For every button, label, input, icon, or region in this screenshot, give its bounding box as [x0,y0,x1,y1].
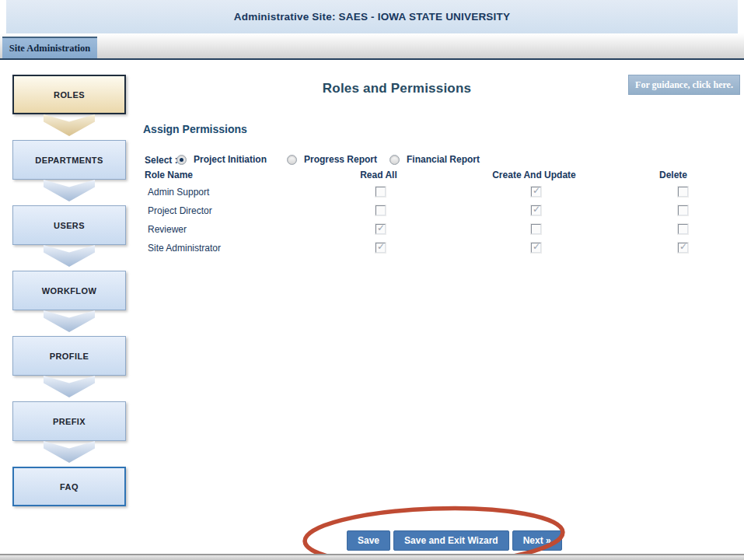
sidebar-step-faq[interactable]: FAQ [12,467,126,506]
page-title: Roles and Permissions [146,81,648,96]
checkbox-read-all[interactable] [375,205,386,216]
step-label: FAQ [60,482,79,492]
sidebar-step-roles[interactable]: ROLES [12,75,126,114]
column-header-delete: Delete [634,170,712,180]
sidebar-step-profile[interactable]: PROFILE [12,336,126,376]
checkbox-create-and-update[interactable] [530,242,542,254]
column-header-create-and-update: Create And Update [476,170,592,180]
role-name: Site Administrator [148,243,221,254]
chevron-down-icon [44,114,95,136]
role-name: Reviewer [148,224,187,235]
radio-label: Financial Report [407,154,480,165]
sidebar-step-prefix[interactable]: PREFIX [12,401,126,441]
checkbox-delete[interactable] [677,223,689,235]
step-label: WORKFLOW [42,286,96,296]
radio-icon[interactable] [389,155,400,165]
checkbox-create-and-update[interactable] [530,205,542,216]
sidebar-step-users[interactable]: USERS [12,205,126,245]
step-label: USERS [54,221,85,230]
chevron-down-icon [44,376,95,397]
radio-icon[interactable] [176,155,187,165]
radio-option-financial-report[interactable]: Financial Report [389,154,480,165]
save-and-exit-wizard-button[interactable]: Save and Exit Wizard [393,530,509,551]
checkbox-delete[interactable] [677,242,689,254]
checkbox-read-all[interactable] [375,242,386,254]
app-title: Administrative Site: SAES - IOWA STATE U… [6,0,738,33]
radio-option-progress-report[interactable]: Progress Report [287,154,377,165]
tab-site-administration[interactable]: Site Administration [2,37,97,58]
save-button[interactable]: Save [347,530,390,551]
role-name: Project Director [148,205,212,216]
step-label: DEPARTMENTS [35,156,103,165]
section-title: Assign Permissions [143,123,247,135]
radio-option-project-initiation[interactable]: Project Initiation [176,154,267,165]
footer-bar [0,554,744,560]
column-header-read-all: Read All [340,170,417,180]
radio-icon[interactable] [287,155,297,165]
chevron-down-icon [44,310,95,332]
page: Administrative Site: SAES - IOWA STATE U… [0,0,744,560]
select-label: Select : [145,155,178,166]
radio-label: Progress Report [304,154,377,165]
next-button[interactable]: Next » [512,530,562,551]
chevron-down-icon [44,441,95,463]
wizard-actions: Save Save and Exit Wizard Next » [347,530,562,551]
tab-label: Site Administration [9,43,91,54]
column-header-role-name: Role Name [145,170,193,180]
checkbox-create-and-update[interactable] [530,223,542,235]
checkbox-create-and-update[interactable] [530,186,542,198]
checkbox-delete[interactable] [677,205,689,216]
tab-bar: Site Administration [0,33,744,60]
chevron-down-icon [44,180,95,201]
step-label: ROLES [54,90,85,100]
sidebar-step-workflow[interactable]: WORKFLOW [12,271,126,310]
checkbox-read-all[interactable] [375,186,386,198]
radio-label: Project Initiation [194,154,267,165]
step-label: PREFIX [53,417,86,426]
checkbox-delete[interactable] [677,186,689,198]
sidebar-step-departments[interactable]: DEPARTMENTS [12,140,126,180]
chevron-down-icon [44,245,95,267]
checkbox-read-all[interactable] [375,223,386,235]
step-label: PROFILE [50,352,89,361]
app-header: Administrative Site: SAES - IOWA STATE U… [6,0,738,33]
role-name: Admin Support [148,187,209,198]
